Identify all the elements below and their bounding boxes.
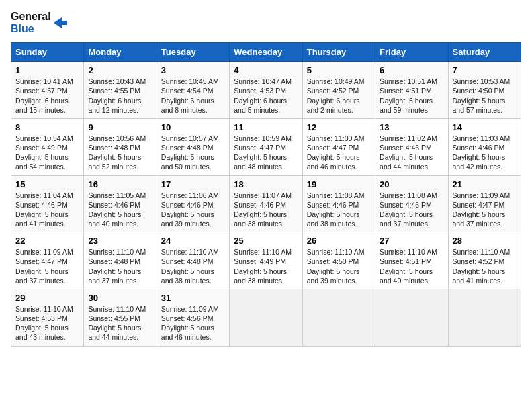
cell-content: Sunrise: 11:09 AMSunset: 4:47 PMDaylight… <box>15 247 79 285</box>
day-number: 9 <box>88 122 152 132</box>
week-row-3: 15Sunrise: 11:04 AMSunset: 4:46 PMDaylig… <box>11 175 521 232</box>
calendar-cell: 22Sunrise: 11:09 AMSunset: 4:47 PMDaylig… <box>11 232 84 289</box>
calendar-cell: 1Sunrise: 10:41 AMSunset: 4:57 PMDayligh… <box>11 62 84 119</box>
cell-content: Sunrise: 11:10 AMSunset: 4:52 PMDaylight… <box>453 247 517 285</box>
calendar-cell: 25Sunrise: 11:10 AMSunset: 4:49 PMDaylig… <box>230 232 302 289</box>
calendar-cell: 17Sunrise: 11:06 AMSunset: 4:46 PMDaylig… <box>157 175 229 232</box>
day-number: 12 <box>307 122 371 132</box>
calendar-cell: 27Sunrise: 11:10 AMSunset: 4:51 PMDaylig… <box>375 232 448 289</box>
day-number: 30 <box>88 293 152 303</box>
cell-content: Sunrise: 10:49 AMSunset: 4:52 PMDaylight… <box>307 77 371 115</box>
cell-content: Sunrise: 11:10 AMSunset: 4:50 PMDaylight… <box>307 247 371 285</box>
cell-content: Sunrise: 10:53 AMSunset: 4:50 PMDaylight… <box>453 77 517 115</box>
day-number: 13 <box>380 122 443 132</box>
calendar-cell <box>302 289 375 346</box>
calendar-cell: 7Sunrise: 10:53 AMSunset: 4:50 PMDayligh… <box>448 62 521 119</box>
calendar-cell: 11Sunrise: 10:59 AMSunset: 4:47 PMDaylig… <box>230 118 302 175</box>
calendar-cell: 3Sunrise: 10:45 AMSunset: 4:54 PMDayligh… <box>157 62 229 119</box>
calendar-cell: 5Sunrise: 10:49 AMSunset: 4:52 PMDayligh… <box>302 62 375 119</box>
cell-content: Sunrise: 11:10 AMSunset: 4:48 PMDaylight… <box>88 247 152 285</box>
calendar-cell <box>448 289 521 346</box>
calendar-cell: 21Sunrise: 11:09 AMSunset: 4:47 PMDaylig… <box>448 175 521 232</box>
calendar-cell: 6Sunrise: 10:51 AMSunset: 4:51 PMDayligh… <box>375 62 448 119</box>
day-number: 24 <box>161 236 225 246</box>
day-number: 20 <box>380 179 443 189</box>
day-number: 17 <box>161 179 225 189</box>
day-number: 18 <box>234 179 298 189</box>
day-number: 1 <box>15 65 79 75</box>
calendar-cell: 26Sunrise: 11:10 AMSunset: 4:50 PMDaylig… <box>302 232 375 289</box>
header: General Blue <box>11 11 521 34</box>
calendar-cell <box>230 289 302 346</box>
cell-content: Sunrise: 11:06 AMSunset: 4:46 PMDaylight… <box>161 191 225 229</box>
day-number: 27 <box>380 236 443 246</box>
calendar-cell <box>375 289 448 346</box>
cell-content: Sunrise: 10:43 AMSunset: 4:55 PMDaylight… <box>88 77 152 115</box>
calendar-cell: 4Sunrise: 10:47 AMSunset: 4:53 PMDayligh… <box>230 62 302 119</box>
day-number: 15 <box>15 179 79 189</box>
cell-content: Sunrise: 10:47 AMSunset: 4:53 PMDaylight… <box>234 77 298 115</box>
day-number: 11 <box>234 122 298 132</box>
cell-content: Sunrise: 10:56 AMSunset: 4:48 PMDaylight… <box>88 134 152 172</box>
cell-content: Sunrise: 10:41 AMSunset: 4:57 PMDaylight… <box>15 77 79 115</box>
logo: General Blue <box>11 11 67 34</box>
svg-marker-0 <box>54 17 67 28</box>
day-number: 21 <box>453 179 517 189</box>
cell-content: Sunrise: 11:03 AMSunset: 4:46 PMDaylight… <box>453 134 517 172</box>
cell-content: Sunrise: 11:07 AMSunset: 4:46 PMDaylight… <box>234 191 298 229</box>
calendar-cell: 13Sunrise: 11:02 AMSunset: 4:46 PMDaylig… <box>375 118 448 175</box>
day-number: 5 <box>307 65 371 75</box>
day-number: 10 <box>161 122 225 132</box>
cell-content: Sunrise: 10:59 AMSunset: 4:47 PMDaylight… <box>234 134 298 172</box>
week-row-2: 8Sunrise: 10:54 AMSunset: 4:49 PMDayligh… <box>11 118 521 175</box>
calendar-cell: 8Sunrise: 10:54 AMSunset: 4:49 PMDayligh… <box>11 118 84 175</box>
day-number: 3 <box>161 65 225 75</box>
day-number: 26 <box>307 236 371 246</box>
calendar-cell: 28Sunrise: 11:10 AMSunset: 4:52 PMDaylig… <box>448 232 521 289</box>
day-number: 8 <box>15 122 79 132</box>
calendar-cell: 9Sunrise: 10:56 AMSunset: 4:48 PMDayligh… <box>84 118 157 175</box>
cell-content: Sunrise: 10:45 AMSunset: 4:54 PMDaylight… <box>161 77 225 115</box>
cell-content: Sunrise: 11:00 AMSunset: 4:47 PMDaylight… <box>307 134 371 172</box>
calendar-cell: 12Sunrise: 11:00 AMSunset: 4:47 PMDaylig… <box>302 118 375 175</box>
day-number: 25 <box>234 236 298 246</box>
cell-content: Sunrise: 11:10 AMSunset: 4:49 PMDaylight… <box>234 247 298 285</box>
calendar-cell: 18Sunrise: 11:07 AMSunset: 4:46 PMDaylig… <box>230 175 302 232</box>
cell-content: Sunrise: 11:08 AMSunset: 4:46 PMDaylight… <box>380 191 443 229</box>
calendar-cell: 23Sunrise: 11:10 AMSunset: 4:48 PMDaylig… <box>84 232 157 289</box>
header-day-saturday: Saturday <box>448 43 521 62</box>
day-number: 4 <box>234 65 298 75</box>
day-number: 6 <box>380 65 443 75</box>
day-number: 2 <box>88 65 152 75</box>
day-number: 22 <box>15 236 79 246</box>
header-day-thursday: Thursday <box>302 43 375 62</box>
calendar-cell: 31Sunrise: 11:09 AMSunset: 4:56 PMDaylig… <box>157 289 229 346</box>
calendar-cell: 19Sunrise: 11:08 AMSunset: 4:46 PMDaylig… <box>302 175 375 232</box>
cell-content: Sunrise: 11:08 AMSunset: 4:46 PMDaylight… <box>307 191 371 229</box>
calendar-table: SundayMondayTuesdayWednesdayThursdayFrid… <box>11 42 521 346</box>
cell-content: Sunrise: 11:09 AMSunset: 4:56 PMDaylight… <box>161 304 225 342</box>
cell-content: Sunrise: 10:54 AMSunset: 4:49 PMDaylight… <box>15 134 79 172</box>
cell-content: Sunrise: 11:09 AMSunset: 4:47 PMDaylight… <box>453 191 517 229</box>
day-number: 19 <box>307 179 371 189</box>
header-day-sunday: Sunday <box>11 43 84 62</box>
day-number: 28 <box>453 236 517 246</box>
calendar-cell: 15Sunrise: 11:04 AMSunset: 4:46 PMDaylig… <box>11 175 84 232</box>
header-day-monday: Monday <box>84 43 157 62</box>
cell-content: Sunrise: 11:04 AMSunset: 4:46 PMDaylight… <box>15 191 79 229</box>
cell-content: Sunrise: 10:51 AMSunset: 4:51 PMDaylight… <box>380 77 443 115</box>
cell-content: Sunrise: 11:10 AMSunset: 4:53 PMDaylight… <box>15 304 79 342</box>
calendar-body: 1Sunrise: 10:41 AMSunset: 4:57 PMDayligh… <box>11 62 521 346</box>
header-row: SundayMondayTuesdayWednesdayThursdayFrid… <box>11 43 521 62</box>
header-day-tuesday: Tuesday <box>157 43 229 62</box>
calendar-cell: 29Sunrise: 11:10 AMSunset: 4:53 PMDaylig… <box>11 289 84 346</box>
calendar-cell: 16Sunrise: 11:05 AMSunset: 4:46 PMDaylig… <box>84 175 157 232</box>
calendar-cell: 24Sunrise: 11:10 AMSunset: 4:48 PMDaylig… <box>157 232 229 289</box>
day-number: 7 <box>453 65 517 75</box>
logo-blue: Blue <box>11 23 51 35</box>
calendar-cell: 30Sunrise: 11:10 AMSunset: 4:55 PMDaylig… <box>84 289 157 346</box>
day-number: 31 <box>161 293 225 303</box>
cell-content: Sunrise: 11:05 AMSunset: 4:46 PMDaylight… <box>88 191 152 229</box>
calendar-cell: 20Sunrise: 11:08 AMSunset: 4:46 PMDaylig… <box>375 175 448 232</box>
cell-content: Sunrise: 11:02 AMSunset: 4:46 PMDaylight… <box>380 134 443 172</box>
